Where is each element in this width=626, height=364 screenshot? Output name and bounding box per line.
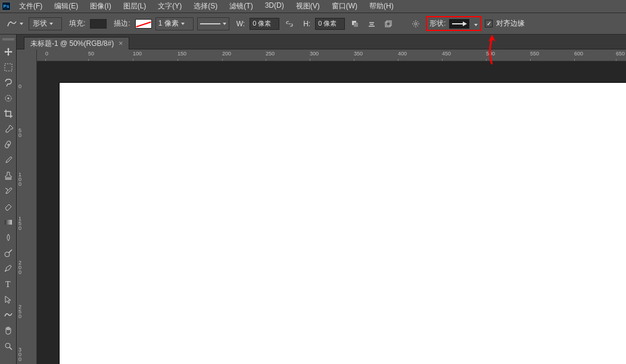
tool-mode-select[interactable]: 形状 <box>29 17 62 30</box>
hand-tool-icon[interactable] <box>1 324 15 337</box>
ruler-tick: 300 <box>310 51 319 57</box>
width-field[interactable]: 0 像素 <box>250 18 279 30</box>
zoom-tool-icon[interactable] <box>1 340 15 353</box>
shape-dropdown-arrow[interactable] <box>472 20 478 28</box>
width-label: W: <box>236 20 245 28</box>
horizontal-ruler: 050100150200250300350400450500550600650 <box>37 49 626 61</box>
close-icon[interactable]: × <box>119 39 123 48</box>
menu-bar: Ps 文件(F)编辑(E)图像(I)图层(L)文字(Y)选择(S)滤镜(T)3D… <box>0 0 626 13</box>
brush-tool-icon[interactable] <box>1 154 15 167</box>
menu-item[interactable]: 3D(D) <box>259 0 290 13</box>
svg-rect-3 <box>387 21 391 26</box>
stroke-width-select[interactable]: 1 像素 <box>155 17 194 30</box>
fill-swatch[interactable] <box>90 19 107 29</box>
ruler-tick: 0 <box>18 84 21 89</box>
ruler-tick: 300 <box>18 347 21 362</box>
eraser-tool-icon[interactable] <box>1 200 15 213</box>
svg-rect-2 <box>385 22 390 27</box>
menu-item[interactable]: 窗口(W) <box>326 0 363 13</box>
shape-label: 形状: <box>429 18 446 29</box>
dodge-tool-icon[interactable] <box>1 247 15 260</box>
ruler-tick: 350 <box>354 51 363 57</box>
menu-item[interactable]: 帮助(H) <box>363 0 400 13</box>
path-align-icon[interactable] <box>365 17 378 30</box>
canvas[interactable] <box>60 83 626 364</box>
ruler-tick: 50 <box>18 128 21 138</box>
stroke-line-preview <box>200 23 220 24</box>
type-tool-icon[interactable]: T <box>1 278 15 291</box>
tool-strip: T <box>0 35 17 364</box>
menu-item[interactable]: 图像(I) <box>84 0 117 13</box>
fill-label: 填充: <box>69 18 85 29</box>
blur-tool-icon[interactable] <box>1 231 15 244</box>
align-edges-checkbox[interactable]: ✓ <box>485 20 493 27</box>
ruler-tick: 250 <box>266 51 275 57</box>
history-brush-tool-icon[interactable] <box>1 185 15 198</box>
marquee-tool-icon[interactable] <box>1 61 15 74</box>
shape-preview[interactable] <box>449 19 469 29</box>
path-arrange-icon[interactable] <box>382 17 395 30</box>
options-bar: 形状 填充: 描边: 1 像素 W: 0 像素 H: 0 像素 形状: ✓ 对齐… <box>0 13 626 35</box>
ruler-tick: 550 <box>530 51 539 57</box>
ruler-tick: 50 <box>88 51 94 57</box>
crop-tool-icon[interactable] <box>1 107 15 120</box>
move-tool-icon[interactable] <box>1 45 15 58</box>
gradient-tool-icon[interactable] <box>1 216 15 229</box>
document-tabs: 未标题-1 @ 50%(RGB/8#) × <box>0 35 626 49</box>
height-field[interactable]: 0 像素 <box>315 18 345 30</box>
ruler-tick: 100 <box>18 172 21 186</box>
height-label: H: <box>303 20 310 28</box>
custom-shape-tool-icon[interactable] <box>1 309 15 322</box>
document-tab-title: 未标题-1 @ 50%(RGB/8#) <box>30 39 114 49</box>
lasso-tool-icon[interactable] <box>1 76 15 89</box>
menu-item[interactable]: 滤镜(T) <box>223 0 259 13</box>
ruler-tick: 150 <box>18 216 21 231</box>
stroke-swatch[interactable] <box>135 19 152 29</box>
stroke-style-select[interactable] <box>197 17 229 30</box>
link-wh-icon[interactable] <box>283 17 296 30</box>
svg-line-12 <box>9 250 12 253</box>
svg-rect-1 <box>354 23 358 27</box>
pen-tool-icon[interactable] <box>1 262 15 275</box>
toolbar-grip[interactable] <box>2 38 14 41</box>
ruler-tick: 200 <box>18 260 21 275</box>
stroke-label: 描边: <box>114 18 130 29</box>
quick-select-tool-icon[interactable] <box>1 92 15 105</box>
ruler-tick: 250 <box>18 304 21 319</box>
work-area: 050100150200250300 050100150200250300350… <box>17 49 626 364</box>
svg-rect-10 <box>5 220 12 225</box>
svg-point-14 <box>5 343 10 348</box>
active-tool-icon[interactable] <box>5 17 25 30</box>
ruler-tick: 650 <box>616 51 625 57</box>
healing-tool-icon[interactable] <box>1 138 15 151</box>
menu-item[interactable]: 视图(V) <box>290 0 326 13</box>
path-ops-icon[interactable] <box>348 17 362 30</box>
align-edges-label: 对齐边缘 <box>496 18 525 29</box>
menu-item[interactable]: 文件(F) <box>13 0 48 13</box>
menu-item[interactable]: 图层(L) <box>117 0 152 13</box>
ruler-tick: 100 <box>133 51 142 57</box>
svg-point-8 <box>7 98 9 99</box>
menu-item[interactable]: 编辑(E) <box>48 0 84 13</box>
menu-item[interactable]: 文字(Y) <box>152 0 188 13</box>
svg-point-11 <box>5 252 10 257</box>
app-logo: Ps <box>2 2 11 11</box>
eyedropper-tool-icon[interactable] <box>1 123 15 136</box>
ruler-tick: 500 <box>486 51 495 57</box>
svg-line-15 <box>10 347 12 350</box>
menu-item[interactable]: 选择(S) <box>188 0 223 13</box>
svg-rect-6 <box>5 64 12 71</box>
vertical-ruler: 050100150200250300 <box>17 49 37 364</box>
gear-icon[interactable] <box>409 17 422 30</box>
ruler-tick: 200 <box>222 51 231 57</box>
ruler-tick: 150 <box>177 51 186 57</box>
canvas-viewport[interactable] <box>37 61 626 364</box>
highlight-shape-picker: 形状: <box>426 16 481 31</box>
document-tab[interactable]: 未标题-1 @ 50%(RGB/8#) × <box>24 37 129 49</box>
stamp-tool-icon[interactable] <box>1 169 15 182</box>
path-select-tool-icon[interactable] <box>1 293 15 306</box>
svg-text:T: T <box>5 280 11 289</box>
ruler-tick: 0 <box>45 51 48 57</box>
ruler-tick: 400 <box>398 51 407 57</box>
ruler-tick: 600 <box>574 51 583 57</box>
